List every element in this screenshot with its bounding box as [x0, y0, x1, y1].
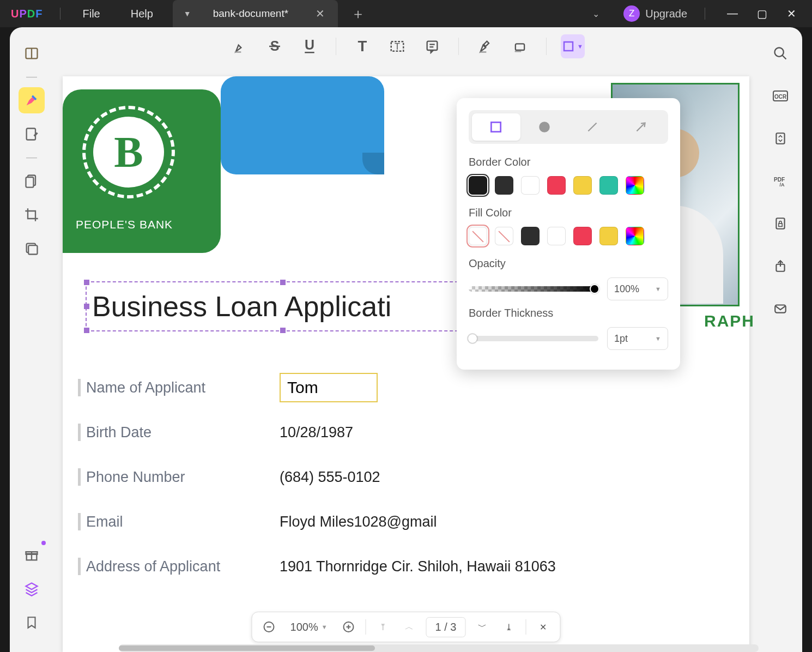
- textbox-tool[interactable]: T: [385, 34, 409, 58]
- strikethrough-tool[interactable]: S: [263, 34, 287, 58]
- text-icon: T: [354, 38, 371, 55]
- search-icon: [773, 46, 788, 61]
- horizontal-scrollbar[interactable]: [119, 644, 759, 652]
- zoom-out-button[interactable]: [260, 618, 278, 636]
- form-fields: Name of Applicant Tom Birth Date 10/28/1…: [78, 365, 734, 589]
- highlight-tool[interactable]: [228, 34, 252, 58]
- swatch-yellow[interactable]: [599, 227, 618, 245]
- first-page-button[interactable]: ⤒: [374, 618, 392, 636]
- zoom-select[interactable]: 100% ▼: [286, 621, 332, 633]
- close-window-button[interactable]: ✕: [785, 7, 798, 20]
- field-label: Address of Applicant: [86, 558, 220, 575]
- new-tab-button[interactable]: ＋: [338, 4, 378, 23]
- layers-icon: [24, 581, 39, 596]
- document-tab[interactable]: ▼ bank-document* ✕: [173, 0, 338, 27]
- email-button[interactable]: [767, 295, 793, 322]
- swatch-none[interactable]: [469, 227, 487, 245]
- field-value: 10/28/1987: [280, 424, 353, 441]
- swatch-custom[interactable]: [626, 227, 644, 245]
- swatch-none-white[interactable]: [495, 227, 513, 245]
- gift-icon: [24, 547, 39, 563]
- note-tool[interactable]: [420, 34, 444, 58]
- page-current: 1: [435, 621, 441, 633]
- menu-file[interactable]: File: [67, 8, 115, 20]
- user-avatar: Z: [623, 5, 640, 22]
- tabs-dropdown-icon[interactable]: ⌄: [579, 9, 613, 19]
- swatch-dark[interactable]: [521, 227, 540, 245]
- name-input[interactable]: Tom: [280, 373, 378, 402]
- page-input[interactable]: 1 / 3: [426, 617, 466, 637]
- main-window: — — S: [10, 27, 802, 652]
- resize-handle[interactable]: [84, 328, 89, 333]
- field-row-name: Name of Applicant Tom: [78, 365, 734, 410]
- organize-pages-button[interactable]: [19, 168, 45, 194]
- opacity-select[interactable]: 100% ▼: [607, 277, 668, 300]
- edit-mode-button[interactable]: [19, 121, 45, 147]
- swatch-dark[interactable]: [495, 176, 513, 195]
- maximize-button[interactable]: ▢: [755, 7, 768, 20]
- minimize-button[interactable]: ―: [726, 7, 739, 20]
- swatch-white[interactable]: [521, 176, 540, 195]
- svg-text:U: U: [304, 38, 314, 52]
- menu-help[interactable]: Help: [116, 8, 168, 20]
- logo-circle: B: [82, 106, 175, 198]
- opacity-slider[interactable]: [469, 286, 598, 292]
- shape-circle[interactable]: [520, 113, 569, 141]
- separator: —: [26, 155, 37, 160]
- text-tool[interactable]: T: [350, 34, 374, 58]
- underline-tool[interactable]: U: [298, 34, 322, 58]
- main-area: S U T T ▼ B: [53, 27, 759, 652]
- crop-button[interactable]: [19, 202, 45, 228]
- swatch-teal[interactable]: [599, 176, 618, 195]
- tools-button[interactable]: [19, 236, 45, 262]
- close-pager-button[interactable]: ✕: [534, 618, 552, 636]
- thickness-slider[interactable]: [469, 336, 598, 341]
- svg-line-35: [783, 56, 786, 59]
- slider-thumb[interactable]: [590, 284, 599, 294]
- layers-button[interactable]: [19, 576, 45, 602]
- shape-properties-popover: Border Color Fill Color Opacity: [457, 98, 680, 370]
- border-color-swatches: [469, 176, 668, 195]
- highlighter-icon: [24, 93, 39, 108]
- slider-thumb[interactable]: [468, 334, 477, 343]
- title-selection[interactable]: Business Loan Applicati: [86, 281, 480, 331]
- eraser-tool[interactable]: [508, 34, 532, 58]
- last-page-button[interactable]: ⤓: [499, 618, 518, 636]
- shape-arrow[interactable]: [617, 113, 665, 141]
- svg-text:/A: /A: [780, 182, 785, 188]
- comment-mode-button[interactable]: [19, 87, 45, 113]
- resize-handle[interactable]: [280, 328, 286, 333]
- close-icon[interactable]: ✕: [310, 7, 330, 20]
- swatch-red[interactable]: [573, 227, 592, 245]
- pencil-tool[interactable]: [473, 34, 497, 58]
- prev-page-button[interactable]: ︿: [400, 618, 419, 636]
- next-page-button[interactable]: ﹀: [473, 618, 492, 636]
- shape-line[interactable]: [568, 113, 617, 141]
- shape-tool[interactable]: ▼: [561, 34, 585, 58]
- resize-handle[interactable]: [280, 280, 286, 285]
- pdfa-button[interactable]: PDF/A: [767, 168, 793, 194]
- ocr-button[interactable]: OCR: [767, 83, 793, 109]
- thickness-select[interactable]: 1pt ▼: [607, 327, 668, 350]
- svg-rect-10: [234, 51, 241, 52]
- resize-handle[interactable]: [84, 304, 89, 309]
- swatch-white[interactable]: [547, 227, 566, 245]
- protect-button[interactable]: [767, 210, 793, 237]
- swatch-yellow[interactable]: [573, 176, 592, 195]
- resize-handle[interactable]: [84, 280, 89, 285]
- reader-mode-button[interactable]: [19, 40, 45, 67]
- shape-rectangle[interactable]: [472, 113, 520, 141]
- convert-button[interactable]: [767, 125, 793, 152]
- bookmark-button[interactable]: [19, 609, 45, 636]
- zoom-in-button[interactable]: [340, 618, 358, 636]
- gift-button[interactable]: [19, 542, 45, 568]
- swatch-black[interactable]: [469, 176, 487, 195]
- search-button[interactable]: [767, 40, 793, 67]
- svg-rect-24: [564, 42, 573, 51]
- upgrade-button[interactable]: Z Upgrade: [613, 5, 698, 22]
- swatch-custom[interactable]: [626, 176, 644, 195]
- svg-rect-42: [779, 224, 783, 226]
- swatch-red[interactable]: [547, 176, 566, 195]
- chevron-down-icon[interactable]: ▼: [184, 9, 191, 18]
- share-button[interactable]: [767, 253, 793, 279]
